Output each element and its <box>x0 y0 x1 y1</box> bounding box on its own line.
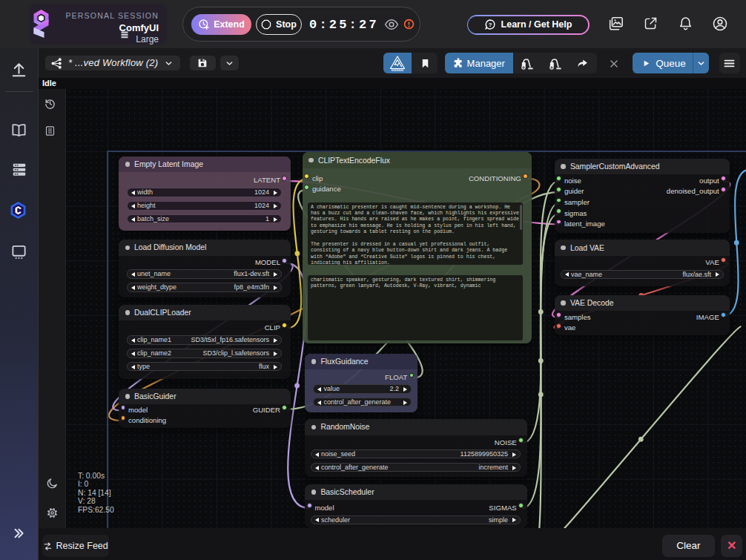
svg-text:?: ? <box>488 22 492 28</box>
